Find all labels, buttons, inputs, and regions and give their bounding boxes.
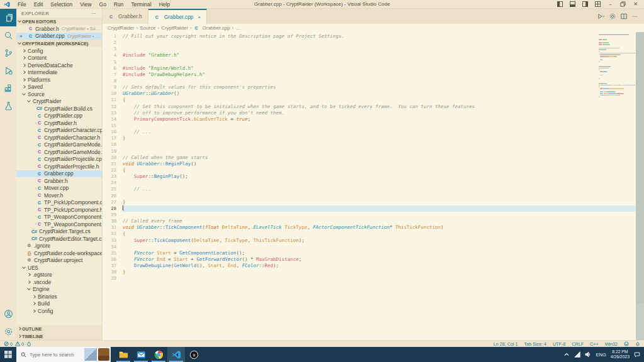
start-button[interactable]: [0, 347, 16, 362]
code-line[interactable]: 14 PrimaryComponentTick.bCanEverTick = t…: [103, 116, 636, 123]
menu-selection[interactable]: Selection: [47, 1, 76, 8]
menu-run[interactable]: Run: [110, 1, 128, 8]
code-line[interactable]: 35 FVector Start = GetComponentLocation(…: [103, 250, 636, 256]
customize-layout-icon[interactable]: [594, 1, 601, 8]
code-line[interactable]: 5: [103, 59, 636, 65]
tree-file-mover.h[interactable]: CMover.h: [16, 192, 102, 199]
code-line[interactable]: 30// Called every frame: [103, 218, 636, 224]
action-center-icon[interactable]: [634, 351, 640, 358]
briefcase-image-icon[interactable]: [98, 348, 109, 361]
flame-icon[interactable]: [26, 341, 31, 346]
minimize-icon[interactable]: –: [607, 1, 614, 8]
section-outline[interactable]: OUTLINE: [16, 325, 102, 332]
tree-file-mover.cpp[interactable]: CMover.cpp: [16, 185, 102, 192]
vscode-icon[interactable]: [167, 347, 185, 362]
menu-terminal[interactable]: Terminal: [128, 1, 155, 8]
tree-file-cryptraider.code-workspace[interactable]: {}CryptRaider.code-workspace: [16, 250, 102, 257]
promo-image-icon[interactable]: [84, 348, 97, 361]
section-open-editors[interactable]: OPEN EDITORS: [16, 18, 102, 25]
run-dropdown-icon[interactable]: [598, 13, 604, 19]
tree-file-cryptraidergamemode.cpp[interactable]: CCryptRaiderGameMode.cpp: [16, 141, 102, 149]
code-line[interactable]: 29: [103, 212, 636, 218]
tab-grabber.h[interactable]: CGrabber.h: [103, 9, 148, 24]
extensions-icon[interactable]: [0, 79, 16, 97]
close-tab-icon[interactable]: ×: [198, 14, 201, 20]
unreal-icon[interactable]: u: [185, 347, 203, 362]
code-line[interactable]: 34: [103, 244, 636, 250]
code-line[interactable]: 13 // off to improve performance if you …: [103, 110, 636, 116]
code-line[interactable]: 18: [103, 141, 636, 148]
tree-file-cryptraidereditor.target.cs[interactable]: C#CryptRaiderEditor.Target.cs: [16, 235, 102, 243]
testing-icon[interactable]: [0, 97, 16, 114]
code-line[interactable]: 9// Sets default values for this compone…: [103, 84, 636, 90]
settings-gear-icon[interactable]: [609, 13, 616, 19]
code-editor[interactable]: 1// Fill out your copyright notice in th…: [103, 32, 644, 340]
tree-file-grabber.cpp[interactable]: CGrabber.cpp: [16, 170, 102, 178]
menu-edit[interactable]: Edit: [30, 1, 47, 8]
layout-panel-icon[interactable]: [569, 1, 576, 8]
tree-file-cryptraider.cpp[interactable]: CCryptRaider.cpp: [16, 112, 102, 120]
close-icon[interactable]: ✕: [632, 1, 639, 8]
source-control-icon[interactable]: [0, 44, 16, 62]
tree-folder-source[interactable]: Source: [16, 90, 102, 98]
code-line[interactable]: 15: [103, 123, 636, 129]
code-line[interactable]: 11{: [103, 97, 636, 103]
code-line[interactable]: 6#include "Engine/World.h": [103, 65, 636, 72]
code-line[interactable]: 17}: [103, 135, 636, 141]
code-line[interactable]: 12 // Set this component to be initializ…: [103, 104, 636, 110]
tree-folder-saved[interactable]: Saved: [16, 84, 102, 91]
breadcrumb-item[interactable]: CryptRaider: [108, 25, 135, 31]
settings-gear-icon[interactable]: [0, 322, 16, 340]
menu-go[interactable]: Go: [96, 1, 110, 8]
code-line[interactable]: 10UGrabber::UGrabber(): [103, 90, 636, 97]
code-line[interactable]: 20// Called when the game starts: [103, 155, 636, 161]
tree-folder-engine[interactable]: Engine: [16, 286, 102, 293]
code-line[interactable]: 25 // ...: [103, 186, 636, 192]
breadcrumb-item[interactable]: Source: [140, 25, 155, 31]
code-line[interactable]: 33 Super::TickComponent(DeltaTime, TickT…: [103, 238, 636, 244]
tree-file-tp_pickupcomponent.h[interactable]: CTP_PickUpComponent.h: [16, 206, 102, 214]
bell-icon[interactable]: [635, 341, 640, 346]
explorer-actions-icon[interactable]: ⋯: [92, 11, 97, 16]
code-line[interactable]: 32{: [103, 231, 636, 237]
open-editor-item[interactable]: ×CGrabber.cppCryptRaider • Sourc...: [16, 33, 102, 40]
tree-folder-ue5[interactable]: UE5: [16, 264, 102, 272]
breadcrumb-item[interactable]: CGrabber.cpp: [194, 25, 230, 31]
code-line[interactable]: 22{: [103, 167, 636, 173]
tree-file-cryptraidercharacter.cpp[interactable]: CCryptRaiderCharacter.cpp: [16, 127, 102, 134]
status-item[interactable]: CRLF: [572, 341, 584, 347]
tree-file-cryptraidercharacter.h[interactable]: CCryptRaiderCharacter.h: [16, 134, 102, 141]
tree-file-cryptraidergamemode.h[interactable]: CCryptRaiderGameMode.h: [16, 148, 102, 156]
error-icon[interactable]: 0: [4, 341, 13, 347]
tree-file-grabber.h[interactable]: CGrabber.h: [16, 177, 102, 185]
breadcrumb-item[interactable]: CryptRaider: [161, 25, 188, 31]
files-icon[interactable]: [0, 9, 16, 26]
mail-icon[interactable]: [132, 347, 150, 362]
tree-folder-.vscode[interactable]: .vscode: [16, 278, 102, 286]
code-line[interactable]: 3: [103, 46, 636, 52]
close-editor-icon[interactable]: ×: [19, 33, 23, 39]
code-line[interactable]: 24: [103, 180, 636, 186]
run-debug-icon[interactable]: [0, 62, 16, 79]
tree-file-.ignore[interactable]: ⚙.ignore: [16, 243, 102, 250]
tree-folder-intermediate[interactable]: Intermediate: [16, 69, 102, 77]
code-line[interactable]: 23 Super::BeginPlay();: [103, 173, 636, 180]
code-line[interactable]: 31void UGrabber::TickComponent(float Del…: [103, 224, 636, 231]
code-line[interactable]: 8: [103, 78, 636, 84]
menu-file[interactable]: File: [14, 1, 30, 8]
code-line[interactable]: 28: [103, 206, 636, 212]
tree-file-cryptraider.target.cs[interactable]: C#CryptRaider.Target.cs: [16, 228, 102, 236]
section-workspace[interactable]: CRYPTRAIDER (WORKSPACE): [16, 40, 102, 47]
volume-icon[interactable]: [585, 351, 591, 358]
layout-secondary-sidebar-icon[interactable]: [582, 1, 589, 8]
editor-scrollbar[interactable]: [636, 32, 644, 340]
scrollbar-slider[interactable]: [636, 32, 644, 303]
code-line[interactable]: 39: [103, 275, 636, 282]
network-icon[interactable]: [574, 351, 580, 358]
menu-view[interactable]: View: [76, 1, 95, 8]
code-line[interactable]: 19: [103, 148, 636, 155]
tree-folder-platforms[interactable]: Platforms: [16, 76, 102, 84]
status-item[interactable]: C++: [590, 341, 599, 347]
tree-file-tp_weaponcomponent.cpp[interactable]: CTP_WeaponComponent.cpp: [16, 214, 102, 221]
code-line[interactable]: 26: [103, 193, 636, 199]
